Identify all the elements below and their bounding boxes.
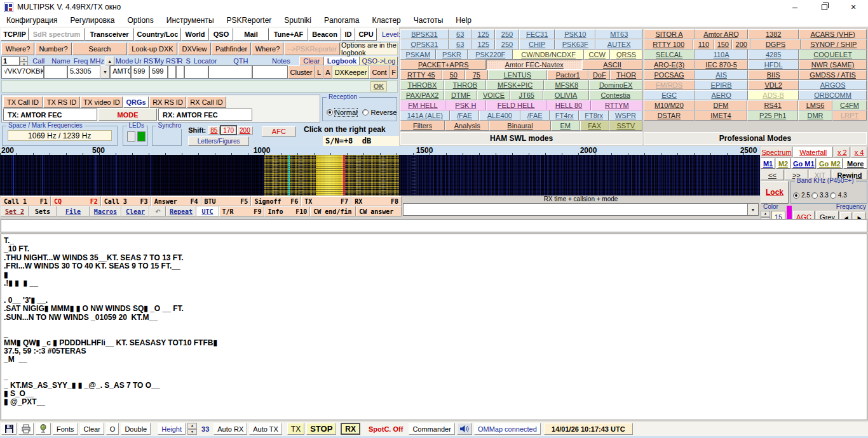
l-button[interactable]: L: [315, 65, 323, 79]
sound-button[interactable]: [457, 423, 472, 435]
mode-binaural[interactable]: Binaural: [489, 121, 551, 131]
chevron-down-icon[interactable]: ▼: [747, 204, 758, 215]
mode-75[interactable]: 75: [465, 70, 488, 80]
mode-chip[interactable]: CHIP: [519, 39, 555, 50]
cluster-button[interactable]: Cluster: [288, 65, 315, 79]
commander-button[interactable]: Commander: [409, 423, 455, 435]
mode-lentus[interactable]: LENTUS: [488, 70, 547, 80]
mode-dfm[interactable]: DFM: [695, 100, 748, 110]
mode-jt65[interactable]: JT65: [510, 90, 543, 100]
mode-lms6[interactable]: LMS6: [798, 100, 832, 110]
mode-amtor-fec-navtex[interactable]: Amtor FEC-Navtex: [486, 60, 582, 70]
auto-tx-button[interactable]: Auto TX: [249, 423, 282, 435]
where-button[interactable]: Where?: [1, 43, 34, 55]
rx-text-terminal[interactable]: T.__10 FT..THU NIGHT...W WINDS 35__KT. S…: [1, 234, 867, 420]
macro-macros[interactable]: Macros: [90, 206, 121, 216]
mode-pactor1[interactable]: Pactor1: [547, 70, 589, 80]
mode-pax-pax2[interactable]: PAX/PAX2: [400, 90, 444, 100]
mode-hell-80[interactable]: HELL 80: [546, 100, 592, 110]
mode-argos[interactable]: ARGOS: [799, 80, 867, 90]
mode-psk63f[interactable]: PSK63F: [555, 39, 595, 50]
save-button[interactable]: [1, 423, 17, 435]
macro-cw-answer[interactable]: CW answer: [356, 206, 402, 216]
mode-mfsk-pic[interactable]: MFSK+PIC: [486, 80, 544, 90]
mode-ascii[interactable]: ASCII: [582, 60, 642, 70]
mode-63[interactable]: 63: [449, 39, 471, 50]
mode-fae[interactable]: /FAE: [450, 110, 479, 121]
mode-contestia[interactable]: Contestia: [589, 90, 642, 100]
mode-dgps[interactable]: DGPS: [750, 39, 800, 50]
mode-orbcomm[interactable]: ORBCOMM: [799, 90, 867, 100]
pathfinder-button[interactable]: Pathfinder: [212, 43, 251, 55]
mode-110[interactable]: 110: [693, 39, 714, 50]
menu-item-pskreporter[interactable]: PSKReporter: [220, 15, 278, 26]
ur-rst-input[interactable]: 599: [131, 65, 149, 79]
display-x-4[interactable]: x 4: [851, 147, 867, 157]
freq-input[interactable]: 5.3305: [67, 65, 100, 79]
stop-button[interactable]: STOP: [306, 423, 336, 435]
toolbar-button-qso[interactable]: QSO: [209, 28, 233, 41]
mode-dominoex[interactable]: DominoEX: [589, 80, 642, 90]
a-button[interactable]: A: [323, 65, 332, 79]
mode-psk-h[interactable]: PSK H: [445, 100, 486, 110]
toolbar-button-id[interactable]: ID: [341, 28, 355, 41]
print-button[interactable]: [18, 423, 34, 435]
mode-ale400[interactable]: ALE400: [479, 110, 520, 121]
toolbar-button-tune-af[interactable]: Tune+AF: [269, 28, 308, 41]
notes-input[interactable]: [252, 65, 288, 79]
mode-dstar[interactable]: DSTAR: [644, 110, 695, 121]
mode-dof[interactable]: DoF: [588, 70, 610, 80]
mode-psk220f[interactable]: PSK220F: [468, 50, 512, 60]
menu-item-[interactable]: Регулировка: [64, 15, 121, 26]
mode-pskam[interactable]: PSKAM: [400, 50, 436, 60]
mode-coquelet[interactable]: COQUELET: [799, 50, 867, 60]
mode-fax[interactable]: FAX: [580, 121, 609, 131]
shift-200-button[interactable]: 200: [237, 126, 253, 135]
freq-down-button[interactable]: ▼: [100, 65, 110, 79]
dxkeeper-button[interactable]: DXKeeper: [332, 65, 369, 79]
mode-rs41[interactable]: RS41: [747, 100, 798, 110]
mode-gmdss-atis[interactable]: GMDSS / ATIS: [799, 70, 867, 80]
mode-pskr[interactable]: PSKR: [436, 50, 468, 60]
mode-125[interactable]: 125: [471, 29, 494, 39]
mode-aero[interactable]: AERO: [695, 90, 748, 100]
close-button[interactable]: ×: [839, 0, 868, 14]
memory-more[interactable]: More: [843, 158, 867, 169]
display-spectrum[interactable]: Spectrum: [761, 147, 792, 157]
menu-item-[interactable]: Инструменты: [160, 15, 220, 26]
mode-input[interactable]: AMTC: [110, 65, 131, 79]
menu-item-sputniki[interactable]: Sputniki: [278, 15, 318, 26]
waterfall-display[interactable]: [0, 155, 760, 196]
band-4-3-radio[interactable]: 4.3: [830, 192, 847, 199]
memory-go-m2[interactable]: Go M2: [817, 158, 843, 169]
where2-button[interactable]: Where?: [252, 43, 283, 55]
mode-wspr[interactable]: WSPR: [609, 110, 642, 121]
qso-to-log-button[interactable]: QSO->Log: [360, 56, 398, 65]
lookup-dxk-button[interactable]: Look-up DXK: [128, 43, 177, 55]
id-button-qrgs[interactable]: QRGs: [123, 96, 149, 108]
mode-qpsk31[interactable]: QPSK31: [400, 39, 449, 50]
qth-input[interactable]: [208, 65, 252, 79]
ok-button[interactable]: OK: [370, 81, 387, 91]
mode-amtor-arq[interactable]: Amtor ARQ: [695, 29, 748, 39]
my-rst-input[interactable]: 599: [149, 65, 168, 79]
macro-t-r[interactable]: T/RF9: [219, 206, 265, 216]
name-input[interactable]: [44, 65, 67, 79]
voice-button[interactable]: [36, 423, 51, 435]
call-input[interactable]: √VKV7OKBK: [1, 65, 44, 79]
display-waterfall[interactable]: Waterfall: [793, 147, 833, 157]
mode-imet4[interactable]: IMET4: [695, 110, 748, 121]
id-button-tx-call-id[interactable]: TX Call ID: [3, 96, 43, 108]
mode-110a[interactable]: 110A: [695, 50, 748, 60]
nav-[interactable]: <<: [761, 169, 784, 180]
macro-answer[interactable]: AnswerF4: [151, 196, 201, 206]
lock-button[interactable]: Lock: [761, 181, 789, 204]
toolbar-button-beacon[interactable]: Beacon: [308, 28, 341, 41]
id-button-tx-video-id[interactable]: TX video ID: [81, 96, 123, 108]
logbook-button[interactable]: Logbook: [324, 56, 360, 65]
mode-sstv[interactable]: SSTV: [609, 121, 642, 131]
freq-up-button[interactable]: ▲: [105, 56, 114, 65]
display-x-2[interactable]: x 2: [834, 147, 850, 157]
mode-141a-ale[interactable]: 141A (ALE): [400, 110, 450, 121]
band-3-3-radio[interactable]: 3.3: [811, 192, 829, 199]
